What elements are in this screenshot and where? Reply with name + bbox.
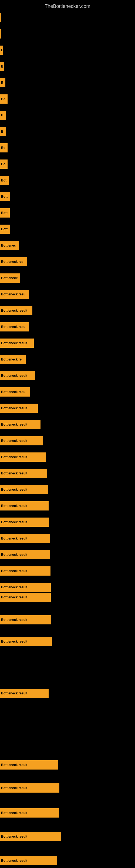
bar-label: B — [0, 62, 4, 71]
bar-label: Bottleneck result — [0, 615, 51, 624]
bar-row: Bottleneck res — [0, 255, 27, 269]
bar-label: Bottleneck result — [0, 453, 46, 462]
bar-label: Bottleneck result — [0, 832, 61, 841]
bar-row: Bottl — [0, 222, 10, 236]
bar-row — [0, 11, 1, 24]
bar-label: E — [0, 78, 5, 87]
bar-label: Bottlenec — [0, 241, 19, 250]
bar-row: Bottleneck result — [0, 516, 49, 529]
bar-label: Bottleneck result — [0, 436, 43, 445]
bar-label: Bottleneck resu — [0, 322, 29, 332]
bar-row: Bottleneck result — [0, 635, 52, 648]
bar-row: Bottleneck result — [0, 304, 32, 317]
bar-row: Bottleneck result — [0, 336, 34, 350]
bar-label: Bottleneck resu — [0, 388, 30, 397]
bar-label: Bottleneck result — [0, 637, 52, 646]
bar-row: Bottleneck resu — [0, 320, 29, 334]
bar-row: Bottleneck result — [0, 369, 35, 382]
bar-label: Bottleneck result — [0, 371, 35, 380]
bar-label: Bottleneck result — [0, 550, 50, 559]
bar-label: B — [0, 111, 6, 120]
bar-row: Bottleneck result — [0, 499, 49, 513]
bar-label — [0, 29, 1, 38]
bar-row: Bottleneck result — [0, 483, 48, 496]
bar-label: Bottleneck result — [0, 420, 41, 429]
bar-row: Bottleneck result — [0, 401, 38, 415]
bar-row: Bottleneck result — [0, 806, 59, 820]
bar-row: Bottlenec — [0, 239, 19, 252]
bar-row: Bo — [0, 157, 8, 171]
bar-label: Bottleneck result — [0, 306, 32, 315]
bar-label: Bottl — [0, 225, 10, 234]
bar-label: Bottleneck result — [0, 534, 50, 543]
bar-row: Bottleneck result — [0, 467, 47, 480]
bar-row — [0, 27, 1, 41]
bar-row: Bottleneck result — [0, 758, 58, 772]
bar-row: Bottleneck result — [0, 418, 41, 431]
bar-row: Bottleneck result — [0, 450, 46, 464]
bar-label: Bottleneck result — [0, 404, 38, 413]
bar-label: Bottleneck result — [0, 856, 57, 865]
bar-row: Bottleneck result — [0, 830, 61, 843]
bar-label — [0, 13, 1, 22]
bar-row: E — [0, 76, 5, 90]
bar-label: Bo — [0, 159, 8, 169]
bar-row: Bottleneck resu — [0, 287, 29, 301]
bar-label: Bottleneck result — [0, 689, 49, 698]
bar-label: Bottleneck re — [0, 355, 26, 364]
bar-row: Bot — [0, 174, 9, 187]
bar-row: Bottleneck re — [0, 352, 26, 366]
bar-row: E — [0, 43, 3, 57]
bar-label: Bottleneck result — [0, 566, 50, 576]
bar-row: Bottleneck resu — [0, 385, 30, 399]
bar-label: Bottleneck res — [0, 257, 27, 267]
bar-label: B — [0, 127, 6, 136]
bar-row: Bottl — [0, 190, 10, 204]
bar-label: Bot — [0, 176, 9, 185]
bar-row: Bottleneck result — [0, 686, 49, 700]
bar-row: Bo — [0, 92, 8, 106]
bar-row: Bottleneck result — [0, 781, 59, 795]
bar-label: Bottleneck result — [0, 339, 34, 348]
bar-row: Bottleneck result — [0, 613, 51, 627]
bar-row: B — [0, 108, 6, 122]
bar-label: Bott — [0, 208, 10, 218]
bar-row: Bottleneck result — [0, 434, 43, 447]
bar-label: Bottleneck result — [0, 593, 51, 602]
bar-row: B — [0, 60, 4, 73]
bar-row: Bottleneck result — [0, 854, 57, 867]
bar-label: Bottleneck result — [0, 469, 47, 478]
bar-row: Bottleneck result — [0, 548, 50, 561]
bar-row: Bottleneck result — [0, 590, 51, 604]
bar-label: Bottleneck result — [0, 760, 58, 770]
bar-label: Bottleneck result — [0, 518, 49, 527]
bar-label: Bottleneck — [0, 273, 20, 283]
bar-label: E — [0, 45, 3, 55]
bar-label: Bottleneck result — [0, 501, 49, 510]
bar-row: Bo — [0, 141, 8, 155]
bar-label: Bottl — [0, 192, 10, 201]
bar-row: Bottleneck — [0, 271, 20, 285]
bar-row: B — [0, 125, 6, 138]
bar-label: Bottleneck result — [0, 808, 59, 817]
bar-label: Bo — [0, 143, 8, 152]
bar-label: Bottleneck resu — [0, 290, 29, 299]
bar-row: Bott — [0, 206, 10, 220]
site-title: TheBottlenecker.com — [0, 1, 135, 11]
bar-label: Bottleneck result — [0, 783, 59, 793]
bar-row: Bottleneck result — [0, 564, 50, 578]
bar-label: Bottleneck result — [0, 485, 48, 494]
bar-label: Bo — [0, 94, 8, 104]
bar-row: Bottleneck result — [0, 532, 50, 545]
